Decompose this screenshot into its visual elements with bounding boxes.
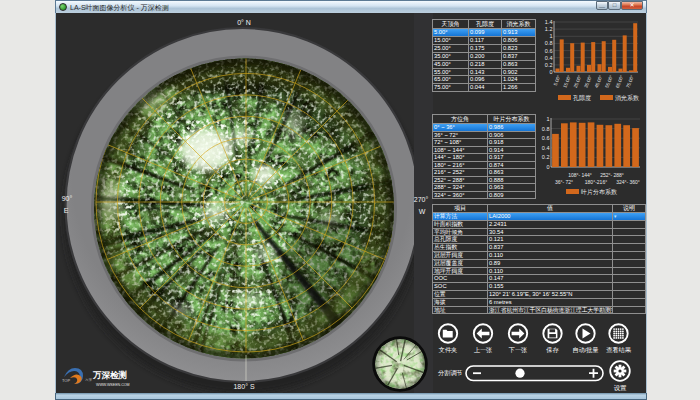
- svg-text:文件夹: 文件夹: [439, 346, 458, 353]
- svg-text:55.00°: 55.00°: [604, 74, 614, 88]
- svg-text:0.8: 0.8: [545, 40, 553, 46]
- svg-text:1: 1: [546, 116, 549, 122]
- svg-text:180° S: 180° S: [233, 383, 254, 390]
- svg-text:1.2: 1.2: [545, 26, 553, 32]
- svg-text:108°- 144°: 108°- 144°: [568, 172, 592, 178]
- svg-text:270°: 270°: [414, 196, 429, 203]
- svg-text:下一张: 下一张: [509, 346, 528, 354]
- svg-text:0.2: 0.2: [542, 154, 550, 160]
- svg-text:自动/批量: 自动/批量: [572, 346, 598, 354]
- svg-text:0: 0: [546, 164, 549, 170]
- svg-text:E: E: [64, 207, 69, 214]
- svg-text:324°- 360°: 324°- 360°: [616, 179, 640, 185]
- svg-text:WWW.WSEEN.COM: WWW.WSEEN.COM: [96, 383, 130, 387]
- svg-text:设置: 设置: [614, 384, 627, 391]
- svg-text:35.00°: 35.00°: [583, 74, 593, 88]
- svg-text:叶片分布系数: 叶片分布系数: [581, 188, 617, 196]
- svg-text:0.6: 0.6: [545, 48, 553, 54]
- svg-text:75.00°: 75.00°: [625, 74, 635, 88]
- svg-text:90°: 90°: [62, 195, 73, 202]
- svg-text:保存: 保存: [546, 346, 559, 353]
- svg-text:45.00°: 45.00°: [594, 74, 604, 88]
- svg-text:W: W: [419, 208, 426, 215]
- svg-text:上一张: 上一张: [474, 346, 493, 354]
- svg-text:1.4: 1.4: [545, 19, 553, 25]
- svg-text:1: 1: [549, 33, 552, 39]
- svg-text:36°- 72°: 36°- 72°: [555, 179, 573, 185]
- svg-text:消光系数: 消光系数: [615, 94, 639, 102]
- svg-text:0° N: 0° N: [237, 19, 251, 26]
- svg-text:万深检测: 万深检测: [92, 370, 127, 380]
- svg-text:TOP: TOP: [62, 378, 70, 383]
- svg-text:15.00°: 15.00°: [562, 74, 572, 88]
- svg-text:0.6: 0.6: [542, 135, 550, 141]
- svg-text:0.8: 0.8: [542, 126, 550, 132]
- svg-text:分割调节: 分割调节: [438, 369, 463, 377]
- svg-text:5.00°: 5.00°: [553, 74, 562, 86]
- svg-text:孔隙度: 孔隙度: [573, 94, 591, 102]
- svg-text:252°- 288°: 252°- 288°: [600, 172, 624, 178]
- svg-text:0.4: 0.4: [542, 145, 550, 151]
- svg-text:180°-216°: 180°-216°: [585, 179, 607, 185]
- svg-text:万深: 万深: [85, 378, 93, 382]
- svg-text:25.00°: 25.00°: [573, 74, 583, 88]
- svg-text:65.00°: 65.00°: [615, 74, 625, 88]
- svg-text:0: 0: [549, 69, 552, 75]
- svg-text:0.2: 0.2: [545, 62, 553, 68]
- svg-text:查看结果: 查看结果: [606, 346, 632, 354]
- svg-text:0.4: 0.4: [545, 55, 553, 61]
